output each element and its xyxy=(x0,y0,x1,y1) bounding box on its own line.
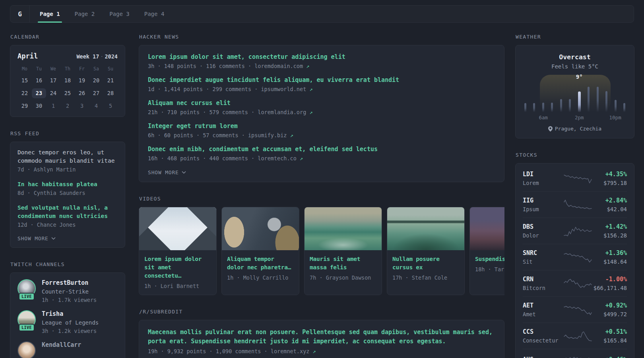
channel-name: KendallCarr xyxy=(42,341,81,349)
weekday-label: We xyxy=(46,66,60,73)
weekday-label: Th xyxy=(60,66,75,73)
stock-row[interactable]: CCS Consectetur +0.51% $165.84 xyxy=(523,323,627,349)
subreddit-widget: Maecenas mollis pulvinar erat non posuer… xyxy=(139,320,504,358)
twitch-channel-row[interactable]: LIVE Trisha League of Legends 3h · 1.2k … xyxy=(17,310,118,335)
weather-bar xyxy=(533,103,535,113)
calendar-day: 19 xyxy=(75,76,89,86)
rss-item-title[interactable]: Sed volutpat nulla nisl, a condimentum n… xyxy=(17,204,118,220)
hn-story-meta: 3h · 148 points · 116 comments · loremdo… xyxy=(148,62,495,70)
hn-story: Lorem ipsum dolor sit amet, consectetur … xyxy=(148,53,495,70)
calendar-week: Week 17 xyxy=(76,53,99,60)
hn-story-title[interactable]: Aliquam nec cursus elit xyxy=(148,99,495,107)
stock-row[interactable]: SNRC Sit +1.36% $148.64 xyxy=(523,244,627,270)
video-thumbnail xyxy=(222,207,299,250)
hn-show-more-button[interactable]: SHOW MORE xyxy=(148,169,495,175)
stock-row[interactable]: IIG Ipsum +2.84% $42.04 xyxy=(523,191,627,218)
video-card[interactable]: Suspendisse diam 18h · Tara xyxy=(469,207,504,295)
stock-sparkline xyxy=(563,354,592,358)
tab-page-1[interactable]: Page 1 xyxy=(40,6,60,22)
video-meta: 18h · Tara xyxy=(475,266,504,272)
stock-change: +0.46% xyxy=(605,356,627,358)
weather-bar xyxy=(597,87,599,112)
rss-section-label: RSS FEED xyxy=(10,130,125,136)
video-card[interactable]: Aliquam tempor dolor nec pharetra… 1h · … xyxy=(221,207,299,295)
video-card[interactable]: Lorem ipsum dolor sit amet consectetu… 1… xyxy=(139,207,217,295)
channel-viewers: 1h · 1.7k viewers xyxy=(42,296,97,304)
video-title: Mauris sit amet massa felis xyxy=(310,255,376,272)
stock-row[interactable]: CRN Bitcorn -1.00% $66,171.48 xyxy=(523,270,627,296)
stock-price: $165.84 xyxy=(603,337,627,344)
stock-sparkline xyxy=(563,330,592,342)
videos-section-label: VIDEOS xyxy=(139,196,504,202)
video-card[interactable]: Mauris sit amet massa felis 7h · Grayson… xyxy=(304,207,382,295)
stock-ticker: CCS xyxy=(523,328,563,336)
stock-row[interactable]: DBS Dolor +1.42% $156.28 xyxy=(523,218,627,244)
weather-widget: Overcast Feels like 5°C xyxy=(515,45,634,138)
hn-story-title[interactable]: Donec enim nibh, condimentum et accumsan… xyxy=(148,145,495,154)
rss-item-meta: 7d · Ashlyn Martin xyxy=(17,166,118,173)
stock-ticker: CRN xyxy=(523,276,563,283)
rss-item-meta: 12d · Chance Jones xyxy=(17,221,118,229)
location-pin-icon xyxy=(548,126,553,132)
calendar-day: 17 xyxy=(46,76,60,86)
external-link-icon: ↗ xyxy=(306,63,309,69)
rss-item-title[interactable]: Donec tempor eros leo, ut commodo mauris… xyxy=(17,148,118,165)
external-link-icon: ↗ xyxy=(300,155,303,161)
rss-show-more-button[interactable]: SHOW MORE xyxy=(17,235,118,241)
weather-bar xyxy=(615,100,617,112)
video-card[interactable]: Nullam posuere cursus ex 17h · Stefan Co… xyxy=(387,207,465,295)
stock-ticker: AET xyxy=(523,302,563,309)
weekday-label: Mo xyxy=(17,66,32,73)
weather-bar xyxy=(560,99,562,112)
weather-bar xyxy=(524,103,526,113)
hackernews-widget: Lorem ipsum dolor sit amet, consectetur … xyxy=(139,45,504,182)
rss-item: Donec tempor eros leo, ut commodo mauris… xyxy=(17,148,118,173)
tab-page-2[interactable]: Page 2 xyxy=(75,6,95,22)
reddit-post-title[interactable]: Maecenas mollis pulvinar erat non posuer… xyxy=(148,328,495,346)
calendar-day-selected: 23 xyxy=(32,88,46,98)
weekday-label: Tu xyxy=(32,66,46,73)
stock-sparkline xyxy=(563,225,592,237)
hn-story-meta: 1d · 1,414 points · 299 comments · ipsum… xyxy=(148,86,495,93)
stock-price: $148.64 xyxy=(603,259,627,265)
stock-change: +0.51% xyxy=(603,328,627,336)
chevron-down-icon xyxy=(51,237,56,240)
video-thumbnail xyxy=(387,207,464,250)
hn-story-title[interactable]: Integer eget rutrum lorem xyxy=(148,122,495,130)
hn-story-title[interactable]: Lorem ipsum dolor sit amet, consectetur … xyxy=(148,53,495,61)
top-bar: G Page 1 Page 2 Page 3 Page 4 xyxy=(10,5,634,23)
external-link-icon: ↗ xyxy=(309,86,312,92)
stocks-section-label: STOCKS xyxy=(516,152,634,158)
video-title: Lorem ipsum dolor sit amet consectetu… xyxy=(144,255,211,280)
calendar-day: 18 xyxy=(60,76,75,86)
reddit-post-meta: 19h · 9,932 points · 1,090 comments · lo… xyxy=(148,348,495,354)
hn-story-title[interactable]: Donec imperdiet augue tincidunt felis al… xyxy=(148,76,495,84)
stock-name: Dolor xyxy=(523,232,563,239)
calendar-year: 2024 xyxy=(105,53,118,60)
stock-change: +0.92% xyxy=(603,302,627,309)
stock-row[interactable]: LDI Lorem +4.35% $795.18 xyxy=(523,165,627,191)
hour-label: 10pm xyxy=(609,115,621,121)
stock-row[interactable]: AET Amet +0.92% $499.72 xyxy=(523,296,627,323)
rss-item-title[interactable]: In hac habitasse platea xyxy=(17,180,118,189)
weather-hour-labels: 6am 2pm 10pm xyxy=(522,115,628,121)
stock-row[interactable]: AHS +0.46% xyxy=(523,349,627,358)
video-meta: 1h · Molly Carrillo xyxy=(227,274,294,281)
twitch-channel-row[interactable]: LIVE ForrestBurton Counter-Strike 1h · 1… xyxy=(17,279,118,304)
weekday-label: Su xyxy=(103,66,118,73)
calendar-day: 25 xyxy=(60,88,75,98)
chevron-down-icon xyxy=(182,171,186,174)
calendar-grid: Mo Tu We Th Fr Sa Su 15 16 17 18 19 20 2… xyxy=(17,66,118,111)
stock-ticker: LDI xyxy=(523,171,563,178)
app-logo[interactable]: G xyxy=(10,6,30,22)
hn-story-meta: 16h · 468 points · 440 comments · loremt… xyxy=(148,155,495,162)
tab-page-3[interactable]: Page 3 xyxy=(109,6,130,22)
tab-page-4[interactable]: Page 4 xyxy=(144,6,165,22)
videos-widget: Lorem ipsum dolor sit amet consectetu… 1… xyxy=(139,207,504,295)
video-title: Suspendisse diam xyxy=(475,255,504,263)
stock-sparkline xyxy=(563,304,592,316)
twitch-channel-row[interactable]: KendallCarr xyxy=(17,341,118,358)
stock-change: +2.84% xyxy=(605,197,627,204)
weather-feels-like: Feels like 5°C xyxy=(522,63,628,70)
page-tabs: Page 1 Page 2 Page 3 Page 4 xyxy=(30,6,164,22)
